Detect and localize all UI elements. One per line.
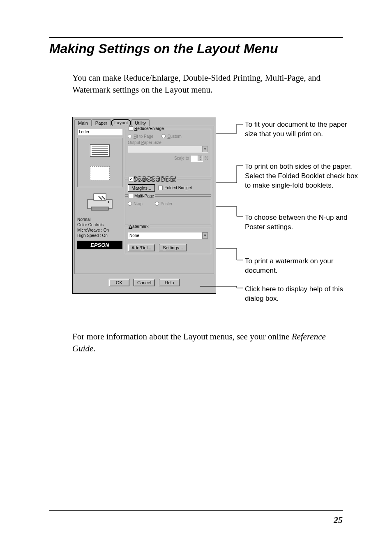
page-footer: 25: [49, 510, 343, 525]
reduce-enlarge-label: Reduce/Enlarge: [134, 126, 164, 131]
margins-button[interactable]: Margins...: [128, 184, 155, 192]
fit-to-page-radio[interactable]: [128, 134, 132, 138]
callout-multi-page: To choose between the N-up and Poster se…: [245, 213, 360, 232]
tab-utility[interactable]: Utility: [131, 119, 150, 126]
callout-help: Click here to display help of this dialo…: [245, 285, 360, 304]
scale-to-label: Scale to: [174, 156, 189, 160]
multi-page-checkbox[interactable]: [129, 194, 133, 198]
help-button[interactable]: Help: [159, 279, 180, 286]
reduce-enlarge-checkbox[interactable]: [129, 126, 133, 131]
nup-radio[interactable]: [128, 202, 132, 206]
status-highspeed: High Speed : On: [77, 233, 122, 238]
page-number: 25: [334, 515, 343, 525]
tab-paper[interactable]: Paper: [92, 119, 111, 126]
tab-layout[interactable]: Layout: [111, 119, 131, 126]
preview-area: [77, 138, 122, 187]
epson-logo: EPSON: [77, 241, 122, 249]
svg-point-3: [108, 201, 109, 203]
page-preview-icon: [90, 144, 110, 157]
group-multi-page: Multi-Page N-up Poster: [125, 196, 211, 225]
tab-main[interactable]: Main: [74, 119, 92, 126]
custom-radio[interactable]: [161, 134, 166, 138]
group-watermark: Watermark None ▼ Add/Del... Settings...: [125, 227, 211, 254]
chevron-down-icon: ▼: [202, 232, 208, 239]
page-outline-icon: [90, 166, 110, 180]
watermark-label: Watermark: [129, 224, 149, 229]
status-microweave: MicroWeave : On: [77, 228, 122, 233]
scale-spinner[interactable]: ▲▼: [191, 155, 203, 162]
ok-button[interactable]: OK: [109, 279, 129, 286]
callout-fit-document: To fit your document to the paper size t…: [245, 120, 360, 139]
watermark-value: None: [129, 233, 139, 238]
watermark-select[interactable]: None ▼: [128, 232, 208, 239]
custom-label: Custom: [167, 134, 181, 139]
status-quality: Normal: [77, 217, 122, 222]
group-double-sided: Double-Sided Printing Margins... Folded …: [125, 179, 211, 195]
folded-booklet-label: Folded Booklet: [164, 186, 192, 190]
scale-unit: %: [205, 156, 208, 160]
status-color: Color Controls: [77, 222, 122, 228]
output-paper-size-label: Output Paper Size: [128, 140, 208, 145]
status-summary: Normal Color Controls MicroWeave : On Hi…: [77, 217, 122, 238]
svg-rect-2: [91, 207, 108, 210]
intro-paragraph: You can make Reduce/Enlarge, Double-Side…: [72, 72, 343, 96]
watermark-settings-button[interactable]: Settings...: [159, 244, 187, 251]
nup-label: N-up: [134, 202, 143, 206]
double-sided-label: Double-Sided Printing: [134, 176, 176, 182]
poster-label: Poster: [161, 202, 173, 206]
output-paper-size-select[interactable]: ▼: [128, 146, 208, 153]
poster-radio[interactable]: [155, 202, 159, 206]
fit-to-page-label: Fit to Page: [134, 134, 153, 139]
paper-size-display: Letter: [77, 129, 122, 135]
outro-paragraph: For more information about the Layout me…: [72, 331, 343, 355]
group-reduce-enlarge: Reduce/Enlarge Fit to Page Custom: [125, 129, 211, 177]
folded-booklet-checkbox[interactable]: [158, 186, 163, 190]
tab-strip: Main Paper Layout Utility: [73, 117, 216, 126]
figure-layout-dialog: Main Paper Layout Utility Letter: [72, 117, 368, 306]
chevron-down-icon: ▼: [202, 146, 208, 152]
callout-watermark: To print a watermark on your document.: [245, 257, 360, 276]
double-sided-checkbox[interactable]: [129, 177, 133, 181]
cancel-button[interactable]: Cancel: [134, 279, 155, 286]
layout-dialog: Main Paper Layout Utility Letter: [72, 117, 216, 294]
page-heading: Making Settings on the Layout Menu: [49, 41, 343, 56]
callout-double-sided: To print on both sides of the paper. Sel…: [245, 162, 360, 190]
multi-page-label: Multi-Page: [134, 194, 154, 198]
add-del-button[interactable]: Add/Del...: [128, 244, 155, 251]
printer-icon: [77, 187, 122, 216]
